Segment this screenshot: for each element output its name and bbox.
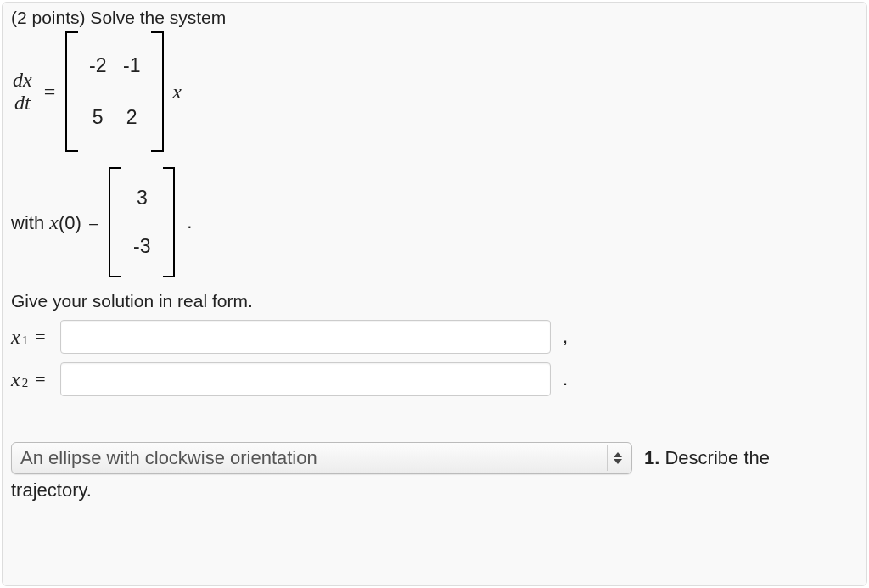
instruction-text: Give your solution in real form. [11, 291, 858, 311]
left-bracket-icon [109, 167, 121, 277]
x1-subscript: 1 [22, 333, 29, 348]
x1-label: x1 = [11, 326, 52, 349]
x1-input[interactable] [60, 320, 551, 354]
right-bracket-icon [151, 31, 164, 152]
x2-label: x2 = [11, 368, 52, 391]
problem-prompt: (2 points) Solve the system [11, 8, 858, 28]
x1-equals: = [35, 326, 45, 348]
fraction-numerator: dx [11, 70, 34, 91]
problem-container: (2 points) Solve the system dx dt = -2 -… [2, 2, 867, 586]
chevron-up-icon [614, 452, 622, 457]
x1-var: x [11, 326, 20, 349]
matrix-cell-a12: -1 [122, 54, 141, 77]
x2-equals: = [35, 368, 45, 390]
x2-subscript: 2 [22, 376, 29, 390]
matrix-cell-a21: 5 [88, 106, 107, 129]
vector-v1: 3 [132, 187, 151, 210]
with-prefix: with [11, 212, 49, 233]
select-spinner[interactable] [607, 445, 628, 471]
matrix-cell-a22: 2 [122, 106, 141, 129]
x2-trailing-period: . [559, 368, 568, 390]
initial-condition: with x(0) = 3 -3 . [11, 167, 858, 277]
answer-row-x1: x1 = , [11, 320, 858, 354]
vector-v2: -3 [132, 235, 151, 258]
matrix-body: -2 -1 5 2 [78, 48, 151, 136]
vector-body: 3 -3 [121, 178, 163, 266]
describe-number: 1. [644, 447, 659, 468]
x2-input[interactable] [60, 362, 551, 396]
trajectory-select[interactable]: An ellipse with clockwise orientation [11, 442, 632, 474]
x2-var: x [11, 368, 20, 391]
matrix-cell-a11: -2 [88, 54, 107, 77]
describe-label: 1. Describe the [644, 447, 770, 469]
initial-condition-text: with x(0) = [11, 211, 100, 234]
describe-text: Describe the [659, 447, 770, 468]
select-value: An ellipse with clockwise orientation [20, 447, 317, 469]
initial-equals: = [87, 212, 100, 233]
right-bracket-icon [163, 167, 175, 277]
describe-row: An ellipse with clockwise orientation 1.… [11, 442, 858, 474]
system-equation: dx dt = -2 -1 5 2 x [11, 31, 858, 152]
vector-variable-x: x [172, 81, 182, 104]
chevron-down-icon [614, 459, 622, 464]
trajectory-word: trajectory. [11, 479, 858, 501]
left-bracket-icon [65, 31, 78, 152]
initial-vector: 3 -3 [109, 167, 175, 277]
answer-row-x2: x2 = . [11, 362, 858, 396]
initial-arg: (0) [59, 212, 81, 233]
fraction-denominator: dt [13, 92, 32, 114]
initial-period: . [183, 211, 192, 233]
equals-sign: = [42, 81, 58, 104]
initial-x-label: x [49, 211, 59, 233]
coefficient-matrix: -2 -1 5 2 [65, 31, 164, 152]
x1-trailing-comma: , [559, 326, 568, 348]
derivative-fraction: dx dt [11, 70, 34, 113]
